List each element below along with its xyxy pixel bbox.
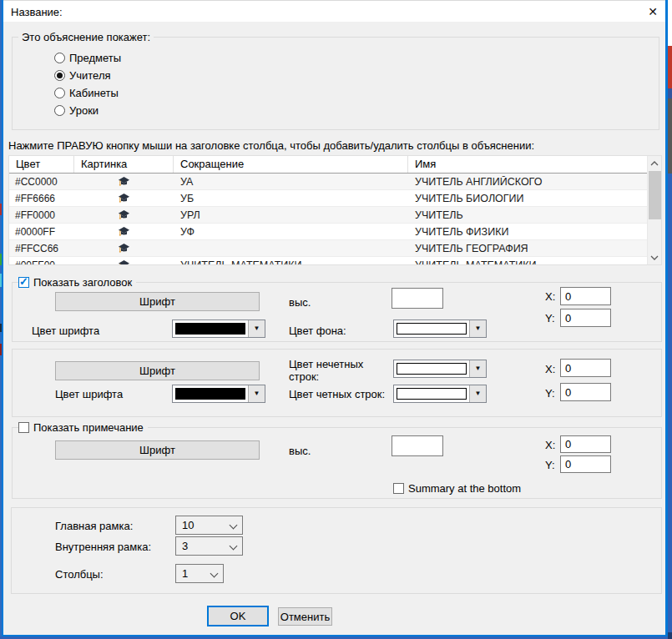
cell-color: #0000FF [9, 226, 74, 238]
close-icon[interactable]: ✕ [643, 3, 663, 20]
cell-picture [74, 259, 174, 266]
main-frame-select[interactable]: 10 [175, 516, 243, 535]
color-swatch [397, 323, 467, 335]
columns-select[interactable]: 1 [175, 564, 224, 583]
cell-abbreviation: УФ [174, 226, 408, 238]
inner-frame-label: Внутренняя рамка: [55, 541, 151, 553]
graduation-cap-icon [118, 176, 130, 188]
legend-settings-dialog: Название: ✕ Это объяснение покажет: Пред… [0, 0, 672, 639]
titlebar: Название: ✕ [3, 0, 665, 22]
check-icon: ✓ [19, 275, 28, 288]
note-height-input[interactable] [392, 435, 443, 456]
dropdown-arrow-icon[interactable]: ▼ [469, 360, 486, 377]
graduation-cap-icon [118, 226, 130, 238]
graduation-cap-icon [118, 259, 130, 266]
cell-name: УЧИТЕЛЬ БИОЛОГИИ [408, 193, 648, 204]
color-swatch [175, 323, 245, 335]
radio-circle[interactable] [54, 105, 65, 116]
column-header-abbreviation[interactable]: Сокращение [174, 156, 408, 173]
height-label: выс. [289, 445, 311, 457]
table-row[interactable]: #00FF00 УЧИТЕЛЬ МАТЕМАТИКИ УЧИТЕЛЬ МАТЕМ… [9, 257, 648, 265]
cell-picture [74, 226, 174, 238]
cell-name: УЧИТЕЛЬ [408, 209, 648, 221]
checkbox-box[interactable] [393, 483, 404, 494]
cancel-button[interactable]: Отменить [278, 607, 332, 626]
dropdown-arrow-icon[interactable]: ▼ [248, 385, 265, 402]
table-row[interactable]: #FFCC66 УЧИТЕЛЬ ГЕОГРАФИЯ [9, 240, 648, 257]
scroll-up-icon[interactable] [648, 156, 661, 170]
checkbox-label: Summary at the bottom [408, 482, 521, 495]
radio-label: Кабинеты [69, 87, 119, 99]
cell-color: #FFCC66 [9, 243, 74, 254]
dropdown-arrow-icon[interactable]: ▼ [248, 320, 265, 337]
column-header-name[interactable]: Имя [408, 156, 648, 173]
cell-abbreviation: УБ [174, 193, 408, 204]
table-row[interactable]: #0000FF УФ УЧИТЕЛЬ ФИЗИКИ [9, 224, 648, 240]
ok-button[interactable]: OK [207, 606, 269, 626]
inner-frame-select[interactable]: 3 [175, 536, 243, 556]
cell-picture [74, 243, 174, 254]
header-x-input[interactable] [560, 287, 611, 305]
scroll-down-icon[interactable] [648, 250, 661, 264]
even-rows-color-dropdown[interactable]: ▼ [393, 385, 487, 403]
radio-label: Предметы [69, 52, 121, 64]
rows-x-input[interactable] [560, 359, 611, 377]
background-app-edge-right [668, 0, 672, 639]
odd-rows-color-label: Цвет нечетных строк: [289, 358, 382, 383]
chevron-down-icon [230, 542, 238, 551]
legend-type-group: Это объяснение покажет: Предметы Учителя… [12, 37, 659, 130]
cell-abbreviation: УЧИТЕЛЬ МАТЕМАТИКИ [174, 259, 408, 266]
summary-at-bottom-checkbox[interactable]: Summary at the bottom [393, 481, 525, 495]
chevron-down-icon [210, 570, 219, 578]
graduation-cap-icon [118, 243, 130, 254]
scrollbar-thumb[interactable] [649, 171, 661, 219]
header-bg-color-dropdown[interactable]: ▼ [393, 320, 487, 338]
header-font-color-dropdown[interactable]: ▼ [172, 320, 265, 338]
header-section-group: Шрифт выс. X: Y: Цвет шрифта ▼ Цвет фона… [12, 282, 662, 342]
rows-font-color-dropdown[interactable]: ▼ [172, 385, 265, 403]
show-header-checkbox[interactable]: ✓ Показать заголовок [18, 275, 136, 289]
radio-label: Уроки [69, 104, 99, 117]
show-note-checkbox[interactable]: Показать примечание [18, 420, 148, 434]
header-height-input[interactable] [392, 288, 443, 309]
legend-columns-table: Цвет Картинка Сокращение Имя #CC0000 УА … [8, 155, 662, 265]
note-font-button[interactable]: Шрифт [55, 440, 260, 460]
dropdown-arrow-icon[interactable]: ▼ [469, 385, 486, 402]
cell-name: УЧИТЕЛЬ АНГЛИЙСКОГО [408, 176, 648, 188]
color-swatch [397, 363, 467, 375]
rows-font-button[interactable]: Шрифт [55, 361, 260, 380]
checkbox-box[interactable] [18, 422, 29, 433]
radio-circle[interactable] [54, 53, 65, 63]
height-label: выс. [289, 296, 311, 309]
table-row[interactable]: #FF6666 УБ УЧИТЕЛЬ БИОЛОГИИ [9, 190, 648, 207]
checkbox-box[interactable]: ✓ [18, 277, 29, 288]
rows-y-input[interactable] [560, 383, 611, 401]
dropdown-arrow-icon[interactable]: ▼ [469, 320, 486, 337]
cell-abbreviation: УРЛ [174, 209, 408, 221]
table-row[interactable]: #CC0000 УА УЧИТЕЛЬ АНГЛИЙСКОГО [9, 174, 648, 190]
color-swatch [175, 388, 245, 400]
note-x-input[interactable] [560, 435, 611, 453]
selected-value: 3 [182, 540, 188, 552]
background-app-edge-left [0, 0, 2, 639]
header-font-button[interactable]: Шрифт [55, 292, 260, 311]
table-scrollbar[interactable] [647, 156, 661, 264]
table-row[interactable]: #FF0000 УРЛ УЧИТЕЛЬ [9, 207, 648, 224]
chevron-down-icon [230, 521, 238, 530]
window-title: Название: [11, 6, 63, 18]
y-label: Y: [545, 312, 555, 325]
header-y-input[interactable] [560, 309, 611, 327]
column-header-color[interactable]: Цвет [9, 156, 74, 173]
note-y-input[interactable] [560, 455, 611, 473]
window-border-left [2, 0, 3, 636]
radio-circle-selected[interactable] [54, 70, 65, 81]
selected-value: 10 [182, 519, 194, 531]
y-label: Y: [545, 459, 555, 471]
table-header[interactable]: Цвет Картинка Сокращение Имя [9, 156, 648, 174]
radio-circle[interactable] [54, 88, 65, 98]
column-header-picture[interactable]: Картинка [74, 156, 174, 173]
odd-rows-color-dropdown[interactable]: ▼ [393, 360, 487, 378]
cell-picture [74, 176, 174, 188]
even-rows-color-label: Цвет четных строк: [289, 388, 385, 400]
cell-abbreviation: УА [174, 176, 408, 188]
